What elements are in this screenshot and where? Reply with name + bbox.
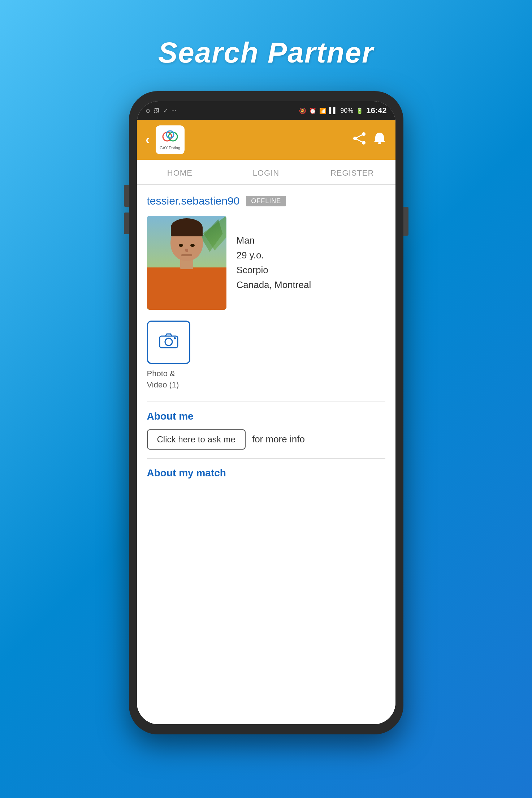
- volume-down-btn[interactable]: [124, 213, 129, 234]
- svg-point-8: [378, 142, 381, 144]
- status-time: 16:42: [366, 106, 386, 115]
- tab-register[interactable]: REGISTER: [309, 160, 395, 184]
- back-button[interactable]: ‹: [146, 132, 150, 147]
- profile-age: 29 y.o.: [237, 250, 311, 261]
- profile-photo: [147, 216, 226, 310]
- profile-gender: Man: [237, 235, 311, 246]
- status-badge: OFFLINE: [246, 196, 286, 206]
- divider-1: [147, 402, 385, 402]
- share-button[interactable]: [352, 131, 367, 149]
- signal-icon: ▌▌: [329, 107, 338, 114]
- svg-line-6: [355, 134, 364, 138]
- status-icons-left: ⊙ 🖼 ✓ ···: [146, 107, 176, 114]
- status-icon-target: ⊙: [146, 107, 150, 114]
- svg-point-2: [166, 131, 174, 138]
- nav-tabs: HOME LOGIN REGISTER: [137, 160, 395, 185]
- status-bar: ⊙ 🖼 ✓ ··· 🔕 ⏰ 📶 ▌▌ 90% 🔋 16:42: [137, 101, 395, 120]
- media-thumbnail[interactable]: [147, 321, 190, 364]
- wifi-icon: 📶: [319, 107, 326, 114]
- username: tessier.sebastien90: [147, 195, 240, 207]
- logo-text: GAY Dating: [160, 146, 180, 150]
- username-row: tessier.sebastien90 OFFLINE: [147, 195, 385, 207]
- about-match-title: About my match: [147, 467, 385, 479]
- media-section: Photo &Video (1): [147, 321, 385, 391]
- app-header: ‹ GAY Dating: [137, 120, 395, 160]
- logo-rings-icon: [161, 130, 179, 145]
- divider-2: [147, 458, 385, 459]
- bell-button[interactable]: [372, 131, 387, 149]
- volume-up-btn[interactable]: [124, 185, 129, 207]
- battery-icon: 🔋: [356, 107, 363, 114]
- profile-zodiac: Scorpio: [237, 265, 311, 276]
- battery-percent: 90%: [340, 107, 353, 115]
- about-me-section: About me Click here to ask me for more i…: [147, 411, 385, 450]
- svg-point-11: [174, 337, 176, 339]
- about-me-title: About me: [147, 411, 385, 422]
- media-label: Photo &Video (1): [147, 368, 385, 391]
- svg-line-7: [355, 138, 364, 143]
- tab-home[interactable]: HOME: [137, 160, 223, 184]
- power-btn[interactable]: [403, 207, 408, 236]
- alarm-icon: ⏰: [309, 107, 316, 114]
- svg-point-10: [165, 338, 172, 346]
- ask-row: Click here to ask me for more info: [147, 429, 385, 450]
- ask-me-button[interactable]: Click here to ask me: [147, 429, 246, 450]
- profile-content: tessier.sebastien90 OFFLINE: [137, 185, 395, 724]
- volume-buttons: [124, 185, 129, 234]
- phone-shell: ⊙ 🖼 ✓ ··· 🔕 ⏰ 📶 ▌▌ 90% 🔋 16:42 ‹: [129, 91, 403, 734]
- profile-location: Canada, Montreal: [237, 279, 311, 291]
- profile-info: Man 29 y.o. Scorpio Canada, Montreal: [237, 216, 311, 310]
- page-title: Search Partner: [158, 36, 374, 69]
- mute-icon: 🔕: [299, 107, 306, 114]
- status-icons-right: 🔕 ⏰ 📶 ▌▌ 90% 🔋 16:42: [299, 106, 387, 115]
- status-icon-image: 🖼: [154, 107, 160, 114]
- status-icon-dots: ···: [172, 107, 176, 114]
- about-match-section: About my match: [147, 467, 385, 479]
- tab-login[interactable]: LOGIN: [223, 160, 309, 184]
- status-icon-check: ✓: [163, 107, 168, 114]
- phone-screen: ⊙ 🖼 ✓ ··· 🔕 ⏰ 📶 ▌▌ 90% 🔋 16:42 ‹: [137, 101, 395, 724]
- profile-main: Man 29 y.o. Scorpio Canada, Montreal: [147, 216, 385, 310]
- ask-suffix: for more info: [252, 434, 305, 445]
- app-logo: GAY Dating: [156, 125, 185, 154]
- camera-icon: [159, 332, 178, 353]
